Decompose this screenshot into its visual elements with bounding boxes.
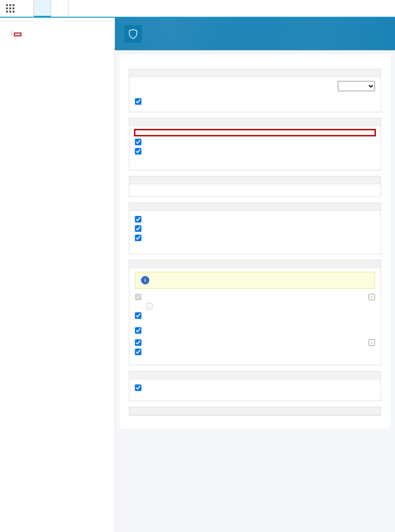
group-session xyxy=(129,118,381,170)
main-content: i i i xyxy=(115,18,395,532)
tab-home[interactable] xyxy=(34,0,51,17)
group-lightning xyxy=(129,371,381,401)
group-cache xyxy=(129,202,381,254)
app-name xyxy=(20,0,34,17)
force-logout-checkbox[interactable] xyxy=(135,98,141,105)
sidebar-section xyxy=(0,21,114,28)
topbar xyxy=(0,0,395,18)
identity-info-banner: i xyxy=(135,272,375,289)
tab-object-manager[interactable] xyxy=(51,0,68,17)
group-identity: i i i xyxy=(129,260,381,365)
page-banner xyxy=(115,18,395,50)
help-icon[interactable]: i xyxy=(368,339,375,346)
shield-icon xyxy=(124,25,142,43)
app-launcher-icon[interactable] xyxy=(3,1,18,16)
chevron-down-icon: ﹀ xyxy=(7,31,14,38)
relogin-checkbox[interactable] xyxy=(135,148,141,155)
group-clickjack xyxy=(129,407,381,416)
timeout-select[interactable] xyxy=(338,81,375,91)
lock-domain-checkbox[interactable] xyxy=(135,139,141,145)
sidebar-label-security xyxy=(14,33,21,36)
info-icon: i xyxy=(141,276,149,284)
group-ie xyxy=(129,176,381,197)
help-icon[interactable]: i xyxy=(368,294,375,300)
sidebar-item-security[interactable]: ﹀ xyxy=(0,28,114,41)
group-timeout xyxy=(129,69,381,112)
sidebar: ﹀ xyxy=(0,18,115,532)
